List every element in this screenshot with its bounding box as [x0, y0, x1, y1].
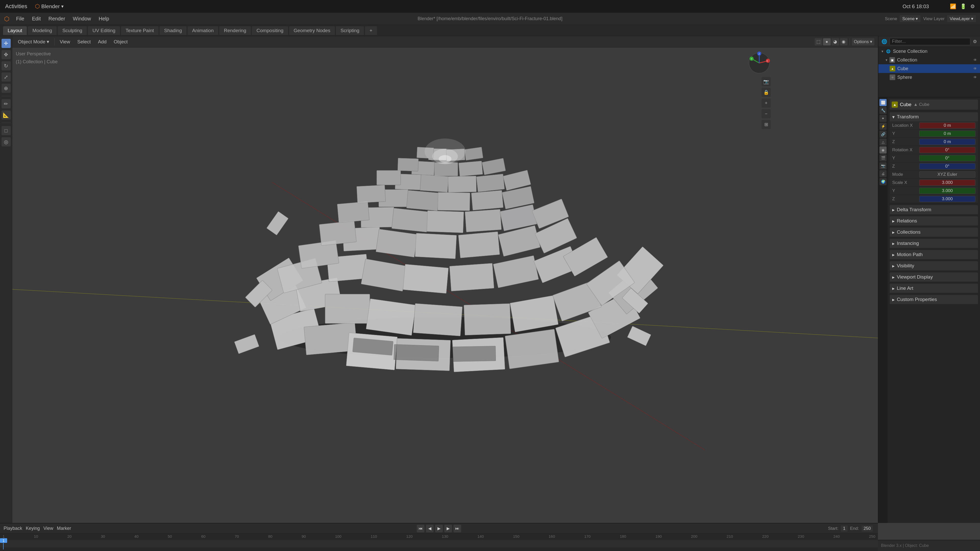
- nav-overlay[interactable]: ⊞: [762, 120, 771, 129]
- location-z[interactable]: 0 m: [919, 139, 975, 145]
- tab-compositing[interactable]: Compositing: [252, 26, 288, 35]
- tool-measure[interactable]: 📐: [2, 110, 11, 120]
- prop-tab-physics[interactable]: ⚡: [880, 123, 886, 130]
- play-btn[interactable]: ▶: [435, 525, 443, 532]
- jump-start-btn[interactable]: ⏮: [417, 525, 425, 532]
- prop-tab-scene[interactable]: 🎬: [880, 154, 886, 162]
- rotation-z[interactable]: 0°: [919, 163, 975, 169]
- delta-transform-header[interactable]: ▸ Delta Transform: [890, 205, 978, 214]
- shading-wire[interactable]: ⬚: [815, 38, 822, 45]
- tab-scripting[interactable]: Scripting: [336, 26, 364, 35]
- start-frame-value[interactable]: 1: [841, 526, 847, 532]
- prop-tab-object[interactable]: ⬜: [880, 99, 886, 106]
- shading-material[interactable]: ◕: [832, 38, 839, 45]
- view-layer-select[interactable]: ViewLayer ▾: [947, 15, 976, 22]
- shading-solid[interactable]: ●: [823, 38, 831, 45]
- outliner-row-cube[interactable]: ▲ Cube 👁: [878, 64, 980, 73]
- tab-rendering[interactable]: Rendering: [219, 26, 251, 35]
- prop-tab-modifier[interactable]: 🔧: [880, 107, 886, 114]
- timeline-track-area[interactable]: 1 10 20 30 40 50 60 70 80 90 100 110 120…: [0, 534, 878, 551]
- blender-menu-group[interactable]: ⬡ Blender ▾: [35, 3, 64, 10]
- tool-cursor[interactable]: ✛: [2, 39, 11, 48]
- menu-edit[interactable]: Edit: [29, 15, 44, 23]
- tool-add-cube[interactable]: □: [2, 126, 11, 135]
- outliner-search-input[interactable]: [890, 38, 970, 45]
- menu-help[interactable]: Help: [95, 15, 112, 23]
- tab-geometry-nodes[interactable]: Geometry Nodes: [289, 26, 335, 35]
- scale-x[interactable]: 3.000: [919, 179, 975, 186]
- tool-move[interactable]: ✥: [2, 50, 11, 59]
- activities-label[interactable]: Activities: [5, 3, 27, 10]
- tab-modeling[interactable]: Modeling: [28, 26, 57, 35]
- cube-visibility-icon[interactable]: 👁: [974, 67, 977, 71]
- wifi-icon[interactable]: 📶: [950, 3, 956, 10]
- outliner-row-collection[interactable]: ▾ ▣ Collection 👁: [878, 56, 980, 64]
- settings-icon[interactable]: ⚙: [970, 3, 975, 10]
- vp-menu-view[interactable]: View: [58, 38, 72, 46]
- vp-mode-selector[interactable]: Object Mode ▾: [16, 38, 51, 46]
- scale-y[interactable]: 3.000: [919, 188, 975, 194]
- outliner-row-sphere[interactable]: ○ Sphere 👁: [878, 73, 980, 82]
- nav-zoom-in[interactable]: +: [762, 98, 771, 108]
- timeline-menu-playback[interactable]: Playback: [3, 526, 22, 531]
- instancing-header[interactable]: ▸ Instancing: [890, 239, 978, 248]
- nav-camera-icon[interactable]: 📷: [762, 77, 771, 86]
- prop-tab-render[interactable]: 📷: [880, 162, 886, 169]
- prop-tab-output[interactable]: 🖨: [880, 170, 886, 177]
- vp-menu-object[interactable]: Object: [111, 38, 130, 46]
- prop-tab-constraints[interactable]: 🔗: [880, 130, 886, 138]
- tab-uv-editing[interactable]: UV Editing: [88, 26, 120, 35]
- end-frame-value[interactable]: 250: [862, 526, 873, 532]
- blender-app-name[interactable]: Blender: [41, 3, 60, 10]
- visibility-header[interactable]: ▸ Visibility: [890, 261, 978, 270]
- transform-header[interactable]: ▾ Transform: [890, 112, 978, 121]
- tab-texture-paint[interactable]: Texture Paint: [121, 26, 159, 35]
- scene-select[interactable]: Scene ▾: [900, 15, 921, 22]
- tool-scale[interactable]: ⤢: [2, 73, 11, 82]
- timeline-menu-marker[interactable]: Marker: [57, 526, 71, 531]
- nav-lock-icon[interactable]: 🔒: [762, 88, 771, 97]
- shading-render[interactable]: ◉: [840, 38, 848, 45]
- tool-origin[interactable]: ◎: [2, 137, 11, 146]
- tool-annotate[interactable]: ✏: [2, 99, 11, 108]
- mode-value[interactable]: XYZ Euler: [919, 171, 975, 178]
- prop-tab-world[interactable]: 🌍: [880, 178, 886, 185]
- relations-header[interactable]: ▸ Relations: [890, 216, 978, 225]
- prev-frame-btn[interactable]: ◀: [426, 525, 434, 532]
- tab-layout[interactable]: Layout: [3, 26, 27, 35]
- location-y[interactable]: 0 m: [919, 130, 975, 137]
- viewport-gizmo[interactable]: X Y Z: [748, 52, 771, 75]
- rotation-x[interactable]: 0°: [919, 147, 975, 153]
- 3d-viewport[interactable]: Object Mode ▾ View Select Add Object ⬚ ●…: [12, 36, 878, 523]
- vp-menu-select[interactable]: Select: [75, 38, 93, 46]
- viewport-display-header[interactable]: ▸ Viewport Display: [890, 272, 978, 282]
- battery-icon[interactable]: 🔋: [960, 3, 966, 10]
- prop-tab-material[interactable]: ◉: [880, 146, 886, 154]
- blender-menu-arrow[interactable]: ▾: [61, 3, 64, 9]
- sphere-visibility-icon[interactable]: 👁: [974, 75, 977, 79]
- prop-tab-data[interactable]: △: [880, 138, 886, 146]
- custom-props-header[interactable]: ▸ Custom Properties: [890, 295, 978, 304]
- timeline-menu-keying[interactable]: Keying: [26, 526, 40, 531]
- scale-z[interactable]: 3.000: [919, 196, 975, 202]
- collection-visibility-icon[interactable]: 👁: [974, 58, 977, 62]
- location-x[interactable]: 0 m: [919, 122, 975, 129]
- tab-shading[interactable]: Shading: [159, 26, 186, 35]
- line-art-header[interactable]: ▸ Line Art: [890, 284, 978, 293]
- outliner-filter-icon[interactable]: ⚙: [973, 39, 977, 44]
- viewport-options[interactable]: Options ▾: [852, 38, 874, 45]
- tab-add[interactable]: +: [365, 26, 377, 35]
- nav-zoom-out[interactable]: −: [762, 109, 771, 118]
- tool-transform[interactable]: ⊕: [2, 84, 11, 93]
- collections-header[interactable]: ▸ Collections: [890, 227, 978, 237]
- tool-rotate[interactable]: ↻: [2, 61, 11, 70]
- outliner-row-scene-collection[interactable]: ▾ 🌐 Scene Collection: [878, 47, 980, 56]
- menu-file[interactable]: File: [13, 15, 27, 23]
- menu-window[interactable]: Window: [70, 15, 94, 23]
- vp-menu-add[interactable]: Add: [96, 38, 109, 46]
- rotation-y[interactable]: 0°: [919, 155, 975, 161]
- tab-sculpting[interactable]: Sculpting: [58, 26, 87, 35]
- prop-tab-particles[interactable]: ✦: [880, 115, 886, 122]
- timeline-menu-view[interactable]: View: [43, 526, 53, 531]
- jump-end-btn[interactable]: ⏭: [453, 525, 461, 532]
